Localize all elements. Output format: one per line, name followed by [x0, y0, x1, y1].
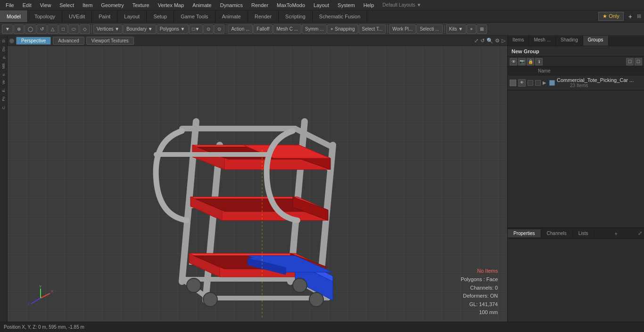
group-count: 23 Items: [557, 83, 634, 88]
lower-right-content: [508, 239, 644, 322]
tool-select-t[interactable]: Select T...: [359, 24, 386, 34]
tool-action[interactable]: Action ...: [228, 24, 253, 34]
group-info-btn[interactable]: ℹ: [535, 58, 543, 65]
tool-vertices[interactable]: Vertices ▼: [93, 24, 123, 34]
tool-crosshair[interactable]: ⊕: [14, 24, 24, 34]
separator-1: [91, 25, 92, 33]
menu-item[interactable]: Item: [79, 1, 96, 9]
tool-falloff[interactable]: Falloff: [253, 24, 272, 34]
tool-snapping[interactable]: ⌖ Snapping: [327, 24, 358, 34]
add-tab-button[interactable]: +: [626, 13, 635, 20]
group-cam-icon[interactable]: 👁: [518, 79, 526, 87]
rp-tab-items[interactable]: Items: [508, 36, 529, 46]
rp-tab-groups[interactable]: Groups: [583, 36, 609, 46]
lt-s[interactable]: s:: [1, 71, 6, 78]
group-check-box[interactable]: [528, 80, 533, 86]
tab-render[interactable]: Render: [248, 10, 279, 22]
lt-du[interactable]: Du: [1, 45, 6, 53]
tab-animate[interactable]: Animate: [215, 10, 248, 22]
tool-selecti[interactable]: Selecti ...: [416, 24, 442, 34]
tool-select[interactable]: ▼: [2, 24, 13, 34]
menu-select[interactable]: Select: [56, 1, 78, 9]
menu-maxtomodo[interactable]: MaxToModo: [273, 1, 309, 9]
tool-icon2[interactable]: ⊙: [214, 24, 224, 34]
menu-view[interactable]: View: [36, 1, 55, 9]
layouts-dropdown[interactable]: Default Layouts ▼: [382, 2, 421, 8]
tool-kits[interactable]: Kits ▼: [446, 24, 466, 34]
tool-rotate[interactable]: ↺: [37, 24, 47, 34]
tool-triangle[interactable]: △: [48, 24, 58, 34]
group-eye-btn[interactable]: 👁: [510, 58, 517, 65]
menu-layout[interactable]: Layout: [310, 1, 333, 9]
menu-animate[interactable]: Animate: [189, 1, 215, 9]
viewport-tab-perspective[interactable]: Perspective: [16, 37, 51, 45]
tool-mesh-type[interactable]: □▼: [189, 24, 203, 34]
tab-paint[interactable]: Paint: [92, 10, 117, 22]
tab-model[interactable]: Model: [0, 10, 28, 22]
tool-grid[interactable]: ⊞: [477, 24, 487, 34]
group-camera-btn[interactable]: 📷: [518, 58, 526, 65]
group-check1[interactable]: ☐: [626, 58, 634, 65]
tool-target[interactable]: ⌖: [467, 24, 476, 34]
menu-render[interactable]: Render: [248, 1, 272, 9]
viewport-search-icon[interactable]: 🔍: [487, 38, 493, 44]
group-lock-btn[interactable]: 🔒: [527, 58, 534, 65]
group-visibility-btn[interactable]: [510, 80, 516, 86]
lr-tab-lists[interactable]: Lists: [573, 229, 594, 237]
tab-layout[interactable]: Layout: [117, 10, 147, 22]
viewport-tab-advanced[interactable]: Advanced: [53, 37, 84, 45]
lr-tab-properties[interactable]: Properties: [508, 229, 541, 237]
menu-file[interactable]: File: [2, 1, 18, 9]
tool-icon1[interactable]: ⊙: [203, 24, 214, 34]
menu-edit[interactable]: Edit: [19, 1, 35, 9]
menu-vertex-map[interactable]: Vertex Map: [154, 1, 188, 9]
lt-me[interactable]: ME: [1, 61, 6, 71]
tool-diamond[interactable]: ◇: [80, 24, 90, 34]
lt-p[interactable]: p.: [1, 54, 6, 61]
group-check-box2[interactable]: [535, 80, 541, 86]
svg-line-43: [41, 293, 50, 298]
viewport-maximize-icon[interactable]: ⤢: [474, 38, 479, 44]
group-check2[interactable]: ☐: [635, 58, 642, 65]
lt-d[interactable]: D:: [1, 37, 6, 44]
viewport-canvas[interactable]: No Items Polygons : Face Channels: 0 Def…: [8, 46, 507, 322]
tool-oval[interactable]: ⬭: [68, 24, 79, 34]
tool-mesh-c[interactable]: Mesh C ...: [273, 24, 301, 34]
menu-help[interactable]: Help: [360, 1, 378, 9]
tool-symm[interactable]: Symm ...: [302, 24, 327, 34]
menu-geometry[interactable]: Geometry: [97, 1, 127, 9]
menu-system[interactable]: System: [334, 1, 359, 9]
viewport-settings-icon[interactable]: ⚙: [495, 38, 500, 44]
tool-circle[interactable]: ◯: [25, 24, 36, 34]
tab-scripting[interactable]: Scripting: [279, 10, 313, 22]
lr-tab-channels[interactable]: Channels: [541, 229, 573, 237]
lt-c[interactable]: C.: [1, 104, 6, 111]
tool-polygons[interactable]: Polygons ▼: [157, 24, 189, 34]
viewport-refresh-icon[interactable]: ↺: [480, 38, 485, 44]
viewport-expand-icon[interactable]: ▷: [502, 38, 505, 44]
menu-texture[interactable]: Texture: [129, 1, 153, 9]
lt-e[interactable]: E.: [1, 87, 6, 94]
tab-setup[interactable]: Setup: [147, 10, 174, 22]
rp-tab-shading[interactable]: Shading: [556, 36, 583, 46]
group-expand-icon[interactable]: ▶: [543, 80, 546, 85]
tool-square[interactable]: □: [58, 24, 68, 34]
tool-work-pl[interactable]: Work Pl...: [389, 24, 416, 34]
tab-topology[interactable]: Topology: [28, 10, 62, 22]
tab-uvedit[interactable]: UVEdit: [62, 10, 92, 22]
lr-tab-plus[interactable]: +: [611, 229, 621, 238]
lt-po[interactable]: Po: [1, 95, 6, 103]
star-only-button[interactable]: ★ Only: [598, 12, 624, 21]
tab-schematic-fusion[interactable]: Schematic Fusion: [313, 10, 367, 22]
lr-expand-icon[interactable]: ⤢: [638, 230, 642, 236]
group-item-0[interactable]: 👁 ▶ Commercial_Tote_Picking_Car ... 23 I…: [508, 75, 644, 90]
tool-boundary[interactable]: Boundary ▼: [123, 24, 156, 34]
rp-tab-mesh[interactable]: Mesh ...: [529, 36, 556, 46]
menu-dynamics[interactable]: Dynamics: [216, 1, 247, 9]
lower-right-panel: Properties Channels Lists + ⤢: [508, 227, 644, 322]
viewport-tab-textures[interactable]: Viewport Textures: [86, 37, 134, 45]
expand-button[interactable]: ⊞: [637, 13, 641, 19]
main-content: D: Du p. ME s: Ve E. Po C. Perspective A…: [0, 36, 644, 322]
tab-game-tools[interactable]: Game Tools: [174, 10, 215, 22]
lt-ve[interactable]: Ve: [1, 78, 6, 86]
